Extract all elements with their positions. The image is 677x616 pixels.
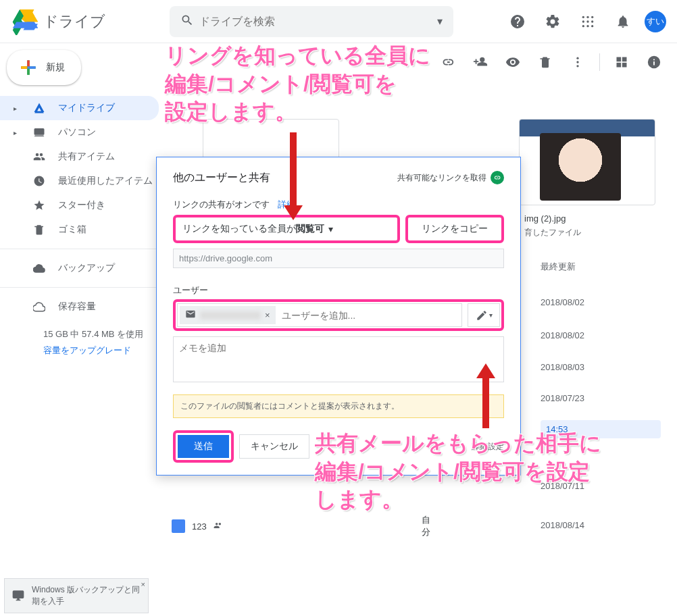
nav-backups[interactable]: バックアップ [0,256,159,280]
computer-icon [32,126,46,139]
nav-label: ゴミ箱 [58,224,86,236]
viewer-notice: このファイルの閲覧者にはコメントと提案が表示されます。 [173,394,504,418]
share-dialog: 他のユーザーと共有 共有可能なリンクを取得 リンクの共有がオンです 詳細 リンク… [156,157,521,476]
share-url-field[interactable] [173,249,504,268]
app-name: ドライブ [43,11,105,32]
arrow-shaft [482,377,489,428]
nav-starred[interactable]: スター付き [0,193,159,217]
user-permission-button[interactable]: ▾ [468,303,500,327]
nav-recent[interactable]: 最近使用したアイテム [0,169,159,193]
drive-logo-icon [11,8,38,35]
new-button[interactable]: 新規 [7,50,81,85]
file-name: img (2).jpg [519,211,655,226]
remove-chip-icon[interactable]: × [265,310,270,320]
file-row[interactable]: 123 自分 [172,519,223,533]
nav-storage[interactable]: 保存容量 [0,294,159,319]
cloud-icon [32,261,46,275]
nav: ▸マイドライブ ▸パソコン 共有アイテム 最近使用したアイテム スター付き ゴミ… [0,96,159,319]
settings-icon[interactable] [539,8,566,35]
search-bar[interactable]: ▾ [170,6,453,37]
user-avatar[interactable]: すい [645,11,666,32]
column-header-modified[interactable]: 最終更新 [541,261,655,273]
photo-placeholder [540,133,621,201]
sidebar: 新規 ▸マイドライブ ▸パソコン 共有アイテム 最近使用したアイテム スター付き… [0,43,159,357]
dropdown-icon[interactable]: ▾ [432,15,448,28]
date-cell: 2018/08/03 [541,362,655,372]
shared-icon [32,150,46,163]
backup-sync-promo[interactable]: Windows 版バックアップと同期を入手 × [4,578,149,613]
cloud-outline-icon [32,300,46,313]
link-sharing-status: リンクの共有がオンです 詳細 [173,199,504,211]
user-input-container: × [177,303,462,327]
send-button[interactable]: 送信 [178,435,229,458]
svg-point-9 [582,20,584,22]
star-icon [32,199,46,212]
nav-label: バックアップ [58,262,115,274]
svg-point-11 [591,20,593,22]
nav-label: パソコン [58,126,96,138]
redacted-email [200,311,261,319]
annotation-top: リングを知っている全員に 編集/コメント/閲覧可を 設定します。 [165,42,430,126]
link-circle-icon [491,171,504,184]
search-icon [175,14,199,30]
nav-label: マイドライブ [58,102,115,114]
apps-icon[interactable] [574,8,601,35]
mail-icon [185,309,196,322]
file-subtitle: 育したファイル [519,227,655,238]
trash-icon [32,223,46,236]
svg-point-6 [582,16,584,18]
new-button-label: 新規 [46,61,65,74]
date-cell: 2018/08/14 [541,520,655,530]
storage-info: 15 GB 中 57.4 MB を使用 容量をアップグレード [0,319,159,357]
promo-text: Windows 版バックアップと同期を入手 [32,584,141,607]
clock-icon [32,174,46,188]
arrow-shaft [290,132,297,207]
svg-point-7 [586,16,588,18]
search-input[interactable] [199,16,432,28]
header-actions: すい [504,8,666,35]
nav-my-drive[interactable]: ▸マイドライブ [0,96,159,120]
user-chip[interactable]: × [180,306,276,324]
plus-icon [18,57,39,78]
logo-block: ドライブ [11,8,170,35]
upgrade-link[interactable]: 容量をアップグレード [43,344,159,357]
date-cell: 2018/07/23 [541,393,655,403]
arrow-head-up-icon [476,363,495,378]
close-icon[interactable]: × [141,580,145,588]
notifications-icon[interactable] [609,8,636,35]
pencil-icon [476,309,488,322]
copy-link-button[interactable]: リンクをコピー [405,215,504,243]
date-cell: 2018/08/02 [541,330,655,340]
storage-text: 15 GB 中 57.4 MB を使用 [43,328,159,340]
add-user-input[interactable] [278,306,461,325]
memo-textarea[interactable] [173,336,504,382]
file-owner: 自分 [422,514,430,538]
shared-indicator-icon [214,521,223,532]
svg-point-13 [586,25,588,27]
doc-icon [172,519,185,533]
date-cell: 2018/08/02 [541,297,655,307]
svg-marker-5 [13,22,34,28]
nav-label: スター付き [58,199,105,211]
svg-point-8 [591,16,593,18]
nav-label: 保存容量 [58,301,96,313]
get-shareable-link[interactable]: 共有可能なリンクを取得 [397,171,504,184]
svg-point-12 [582,25,584,27]
nav-computers[interactable]: ▸パソコン [0,120,159,145]
svg-point-10 [586,20,588,22]
monitor-icon [11,588,25,604]
header: ドライブ ▾ すい [0,0,677,43]
nav-trash[interactable]: ゴミ箱 [0,217,159,242]
file-thumbnail-image[interactable] [519,119,655,205]
svg-point-14 [591,25,593,27]
svg-rect-25 [30,66,36,69]
nav-shared[interactable]: 共有アイテム [0,145,159,169]
svg-rect-24 [21,66,27,69]
users-label: ユーザー [173,284,504,297]
help-icon[interactable] [504,8,531,35]
cancel-button[interactable]: キャンセル [239,434,309,459]
get-link-label: 共有可能なリンクを取得 [397,172,486,184]
nav-label: 共有アイテム [58,151,115,163]
drive-icon [32,101,46,115]
svg-rect-22 [27,60,30,66]
